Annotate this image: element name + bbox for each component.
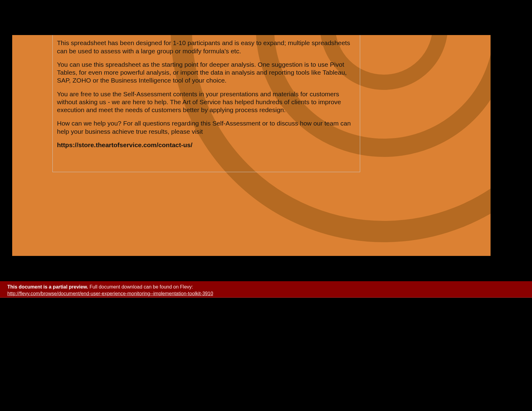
paragraph-help: How can we help you? For all questions r… [57,119,356,136]
document-page: areas where improvements can be made. Th… [12,35,491,256]
paragraph-participants: This spreadsheet has been designed for 1… [57,39,356,55]
footer-notice-rest: Full document download can be found on F… [90,284,193,289]
content-textbox: areas where improvements can be made. Th… [52,35,360,172]
paragraph-pivot: You can use this spreadsheet as the star… [57,61,356,85]
contact-url: https://store.theartofservice.com/contac… [57,141,356,149]
footer-notice-bold: This document is a partial preview. [7,284,88,289]
footer-link[interactable]: http://flevy.com/browse/document/end-use… [7,291,213,296]
preview-footer: This document is a partial preview. Full… [0,281,532,298]
paragraph-free-use: You are free to use the Self-Assessment … [57,90,356,114]
